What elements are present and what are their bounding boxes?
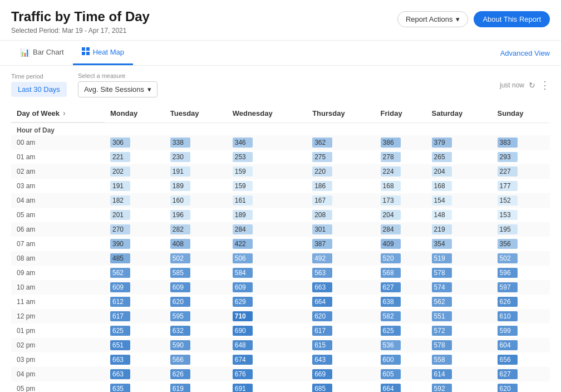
cell-value: 610 [492, 309, 550, 324]
cell-value: 604 [492, 338, 550, 352]
table-row: 00 am306338346362386379383 [11, 135, 550, 150]
table-row: 02 pm651590648615536578604 [11, 338, 550, 352]
cell-value: 204 [426, 164, 492, 179]
cell-value: 219 [426, 222, 492, 237]
cell-value: 202 [105, 164, 165, 179]
cell-value: 626 [492, 295, 550, 309]
cell-value: 160 [165, 193, 227, 208]
cell-value: 609 [105, 280, 165, 295]
hour-label: 10 am [11, 280, 105, 295]
cell-value: 284 [227, 222, 307, 237]
controls-bar: Time period Last 30 Days Select a measur… [0, 66, 561, 104]
cell-value: 196 [165, 208, 227, 222]
tab-heat-map[interactable]: Heat Map [73, 41, 133, 65]
hour-label: 05 am [11, 208, 105, 222]
hour-label: 07 am [11, 237, 105, 251]
cell-value: 409 [375, 237, 426, 251]
time-period-button[interactable]: Last 30 Days [11, 82, 67, 97]
hour-label: 06 am [11, 222, 105, 237]
hour-label: 03 am [11, 179, 105, 193]
report-actions-button[interactable]: Report Actions ▾ [397, 11, 469, 27]
cell-value: 220 [307, 164, 375, 179]
cell-value: 674 [227, 352, 307, 367]
cell-value: 596 [492, 266, 550, 280]
cell-value: 566 [165, 352, 227, 367]
cell-value: 600 [375, 352, 426, 367]
cell-value: 592 [426, 381, 492, 392]
cell-value: 284 [375, 222, 426, 237]
cell-value: 614 [426, 367, 492, 381]
cell-value: 485 [105, 251, 165, 266]
heat-map-icon [82, 47, 90, 57]
cell-value: 208 [307, 208, 375, 222]
chevron-down-icon: ▾ [147, 85, 151, 94]
tab-bar-chart[interactable]: 📊 Bar Chart [11, 41, 73, 65]
cell-value: 253 [227, 150, 307, 164]
cell-value: 422 [227, 237, 307, 251]
page-title: Traffic by Time of Day [11, 9, 150, 24]
table-row: 05 pm635619691685664592620 [11, 381, 550, 392]
cell-value: 167 [307, 193, 375, 208]
hour-label: 02 am [11, 164, 105, 179]
header-left: Traffic by Time of Day Selected Period: … [11, 9, 150, 35]
cell-value: 663 [105, 367, 165, 381]
measure-select[interactable]: Avg. Site Sessions ▾ [78, 81, 158, 97]
cell-value: 676 [227, 367, 307, 381]
more-options-icon[interactable]: ⋮ [540, 79, 550, 91]
chevron-down-icon: ▾ [456, 15, 460, 23]
hour-label: 01 am [11, 150, 105, 164]
cell-value: 386 [375, 135, 426, 150]
measure-label: Select a measure [78, 72, 158, 79]
cell-value: 168 [426, 179, 492, 193]
cell-value: 595 [165, 309, 227, 324]
cell-value: 230 [165, 150, 227, 164]
cell-value: 585 [165, 266, 227, 280]
cell-value: 221 [105, 150, 165, 164]
cell-value: 625 [375, 324, 426, 338]
cell-value: 627 [492, 367, 550, 381]
cell-value: 275 [307, 150, 375, 164]
col-header-sunday: Sunday [492, 104, 550, 123]
cell-value: 168 [375, 179, 426, 193]
cell-value: 346 [227, 135, 307, 150]
cell-value: 609 [165, 280, 227, 295]
table-row: 04 pm663626676669605614627 [11, 367, 550, 381]
cell-value: 609 [227, 280, 307, 295]
refresh-icon[interactable]: ↻ [529, 81, 535, 90]
cell-value: 643 [307, 352, 375, 367]
measure-control: Select a measure Avg. Site Sessions ▾ [78, 72, 158, 97]
cell-value: 152 [492, 193, 550, 208]
cell-value: 173 [375, 193, 426, 208]
cell-value: 519 [426, 251, 492, 266]
col-header-day: Day of Week › [11, 104, 105, 122]
cell-value: 629 [227, 295, 307, 309]
table-row: 07 am390408422387409354356 [11, 237, 550, 251]
advanced-view-link[interactable]: Advanced View [500, 42, 550, 64]
about-report-button[interactable]: About This Report [474, 11, 550, 27]
cell-value: 278 [375, 150, 426, 164]
header: Traffic by Time of Day Selected Period: … [0, 0, 561, 41]
cell-value: 605 [375, 367, 426, 381]
cell-value: 362 [307, 135, 375, 150]
cell-value: 502 [492, 251, 550, 266]
table-row: 12 pm617595710620582551610 [11, 309, 550, 324]
table-row: 02 am202191159220224204227 [11, 164, 550, 179]
hour-label: 09 am [11, 266, 105, 280]
col-header-thursday: Thursday [307, 104, 375, 123]
header-right: Report Actions ▾ About This Report [397, 11, 550, 27]
svg-rect-0 [82, 47, 85, 51]
cell-value: 189 [165, 179, 227, 193]
cell-value: 282 [165, 222, 227, 237]
time-period-label: Time period [11, 73, 67, 80]
cell-value: 356 [492, 237, 550, 251]
cell-value: 617 [307, 324, 375, 338]
cell-value: 301 [307, 222, 375, 237]
cell-value: 619 [165, 381, 227, 392]
tabs-bar: 📊 Bar Chart Heat Map Advanced View [0, 41, 561, 66]
cell-value: 669 [307, 367, 375, 381]
cell-value: 551 [426, 309, 492, 324]
cell-value: 620 [165, 295, 227, 309]
cell-value: 270 [105, 222, 165, 237]
heat-map-table-container: Day of Week › Monday Tuesday Wednesday T… [0, 104, 561, 392]
cell-value: 626 [165, 367, 227, 381]
